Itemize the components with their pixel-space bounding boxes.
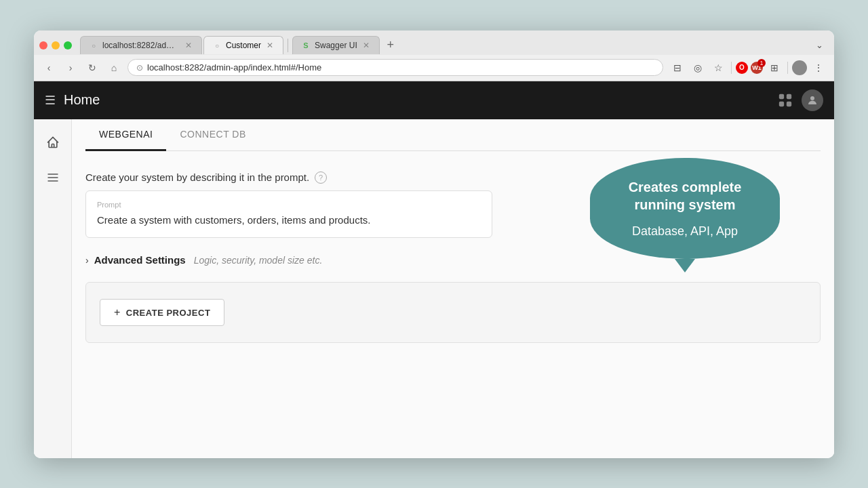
create-project-button[interactable]: + CREATE PROJECT	[100, 299, 224, 326]
create-button-label: CREATE PROJECT	[126, 308, 211, 318]
user-avatar[interactable]	[802, 89, 823, 111]
tab-close-3[interactable]: ✕	[361, 41, 371, 49]
lock-icon: ⊙	[136, 63, 143, 73]
menu-button[interactable]: ⋮	[810, 59, 827, 77]
separator	[731, 62, 732, 74]
maximize-button[interactable]	[64, 41, 72, 49]
svg-rect-1	[787, 94, 791, 98]
browser-window: ○ localhost:8282/admin-app/in... ✕ ○ Cus…	[34, 30, 834, 458]
prompt-box[interactable]: Prompt Create a system with customers, o…	[85, 190, 492, 239]
tab-connectdb[interactable]: CONNECT DB	[166, 119, 259, 151]
tab-customer[interactable]: ○ Customer ✕	[203, 36, 283, 54]
tab-close-2[interactable]: ✕	[265, 41, 275, 49]
bookmark-button[interactable]: ☆	[709, 59, 727, 77]
tab-bar: ○ localhost:8282/admin-app/in... ✕ ○ Cus…	[34, 30, 834, 55]
header-actions	[774, 89, 823, 111]
browser-actions: ⊟ ◎ ☆ O W1 1 ⊞ ⋮	[669, 59, 827, 77]
extension-badge-2: W1 1	[751, 62, 763, 74]
plus-icon: +	[114, 306, 121, 319]
svg-point-4	[810, 96, 814, 100]
chevron-icon: ›	[85, 255, 89, 266]
main-content: WEBGENAI CONNECT DB Create your system b…	[72, 119, 834, 458]
speech-bubble-title: Creates complete running system	[610, 178, 760, 214]
tab-favicon-2: ○	[212, 41, 222, 50]
tab-favicon-1: ○	[89, 41, 98, 50]
svg-rect-2	[779, 101, 784, 106]
window-controls	[39, 41, 72, 49]
cast-button[interactable]: ⊟	[669, 59, 686, 77]
speech-bubble-subtitle: Database, API, App	[610, 224, 760, 239]
url-bar[interactable]: ⊙ localhost:8282/admin-app/index.html#/H…	[127, 59, 663, 76]
svg-rect-3	[787, 101, 791, 106]
extensions-button[interactable]: ⊞	[766, 59, 783, 77]
url-text: localhost:8282/admin-app/index.html#/Hom…	[147, 62, 654, 73]
tab-favicon-3: S	[301, 41, 311, 50]
app-container: ☰ Home	[34, 81, 834, 458]
tab-overflow-button[interactable]: ⌄	[810, 36, 829, 55]
help-icon[interactable]: ?	[315, 171, 327, 184]
app-body: WEBGENAI CONNECT DB Create your system b…	[34, 119, 834, 458]
browser-profile-avatar[interactable]	[792, 60, 807, 75]
extension-icon-1[interactable]: O	[736, 62, 748, 74]
tab-label-3: Swagger UI	[315, 41, 357, 50]
tab-separator	[288, 39, 288, 52]
prompt-placeholder: Prompt	[97, 201, 481, 209]
separator-2	[787, 62, 788, 74]
advanced-settings-label: Advanced Settings	[94, 254, 186, 266]
minimize-button[interactable]	[52, 41, 60, 49]
sidebar	[34, 119, 72, 458]
speech-bubble: Creates complete running system Database…	[590, 158, 780, 259]
forward-button[interactable]: ›	[62, 60, 79, 76]
tab-webgenai[interactable]: WEBGENAI	[85, 119, 166, 151]
home-button[interactable]: ⌂	[106, 60, 122, 76]
tab-localhost[interactable]: ○ localhost:8282/admin-app/in... ✕	[80, 36, 202, 54]
back-button[interactable]: ‹	[41, 60, 57, 76]
tab-label-2: Customer	[226, 41, 261, 50]
sidebar-item-home[interactable]	[41, 130, 65, 155]
browser-chrome: ○ localhost:8282/admin-app/in... ✕ ○ Cus…	[34, 30, 834, 81]
tab-swagger[interactable]: S Swagger UI ✕	[292, 36, 380, 54]
reload-button[interactable]: ↻	[84, 60, 100, 76]
advanced-settings-subtitle: Logic, security, model size etc.	[194, 255, 323, 266]
extension-badge-num: 1	[757, 59, 766, 67]
tab-label-1: localhost:8282/admin-app/in...	[102, 41, 180, 50]
svg-rect-0	[779, 94, 784, 98]
new-tab-button[interactable]: +	[381, 36, 400, 55]
app-header: ☰ Home	[34, 81, 834, 119]
tab-close-1[interactable]: ✕	[184, 41, 193, 49]
close-button[interactable]	[39, 41, 47, 49]
address-bar: ‹ › ↻ ⌂ ⊙ localhost:8282/admin-app/index…	[34, 55, 834, 81]
nav-tabs: WEBGENAI CONNECT DB	[85, 119, 821, 151]
app-title: Home	[64, 92, 774, 108]
extension-badge: O	[736, 62, 748, 74]
content-area: Create your system by describing it in t…	[85, 171, 821, 344]
hamburger-icon[interactable]: ☰	[45, 93, 56, 108]
prompt-description: Create your system by describing it in t…	[85, 171, 309, 183]
prompt-text: Create a system with customers, orders, …	[97, 213, 481, 228]
sidebar-item-list[interactable]	[41, 165, 65, 190]
slack-icon[interactable]	[774, 89, 796, 111]
zoom-button[interactable]: ◎	[689, 59, 707, 77]
create-section: + CREATE PROJECT	[85, 282, 821, 343]
